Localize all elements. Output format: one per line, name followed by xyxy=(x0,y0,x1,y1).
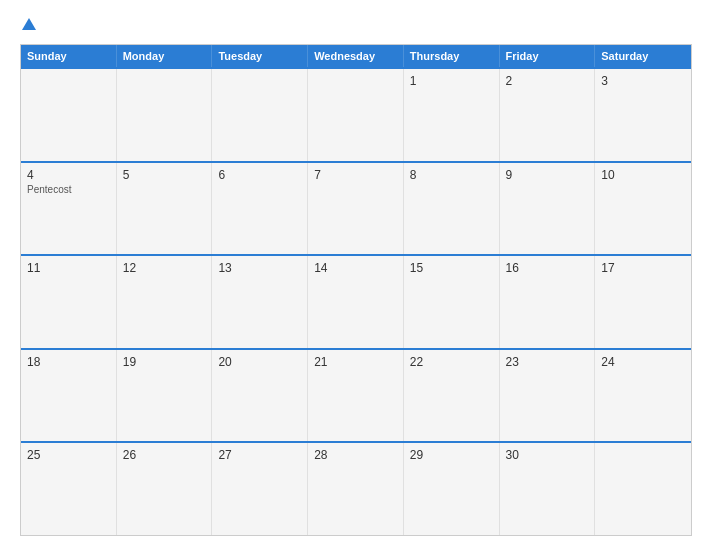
day-number: 6 xyxy=(218,168,301,182)
calendar-day-cell: 17 xyxy=(595,256,691,348)
calendar-day-cell: 7 xyxy=(308,163,404,255)
day-event-label: Pentecost xyxy=(27,184,110,195)
calendar-day-header: Sunday xyxy=(21,45,117,67)
calendar-body: 1234Pentecost567891011121314151617181920… xyxy=(21,67,691,535)
day-number: 30 xyxy=(506,448,589,462)
day-number: 7 xyxy=(314,168,397,182)
calendar-day-cell: 30 xyxy=(500,443,596,535)
day-number: 10 xyxy=(601,168,685,182)
calendar-day-cell: 1 xyxy=(404,69,500,161)
calendar-day-cell: 8 xyxy=(404,163,500,255)
logo xyxy=(20,18,36,32)
calendar-day-cell: 14 xyxy=(308,256,404,348)
calendar-day-cell: 26 xyxy=(117,443,213,535)
calendar-week-4: 18192021222324 xyxy=(21,348,691,442)
calendar: SundayMondayTuesdayWednesdayThursdayFrid… xyxy=(20,44,692,536)
day-number: 19 xyxy=(123,355,206,369)
day-number: 23 xyxy=(506,355,589,369)
day-number: 21 xyxy=(314,355,397,369)
calendar-day-cell: 11 xyxy=(21,256,117,348)
calendar-day-cell xyxy=(212,69,308,161)
header xyxy=(20,18,692,32)
logo-triangle-icon xyxy=(22,18,36,30)
calendar-day-cell: 6 xyxy=(212,163,308,255)
day-number: 2 xyxy=(506,74,589,88)
day-number: 8 xyxy=(410,168,493,182)
day-number: 5 xyxy=(123,168,206,182)
calendar-day-cell: 3 xyxy=(595,69,691,161)
page: SundayMondayTuesdayWednesdayThursdayFrid… xyxy=(0,0,712,550)
calendar-day-cell xyxy=(595,443,691,535)
day-number: 22 xyxy=(410,355,493,369)
day-number: 20 xyxy=(218,355,301,369)
calendar-day-header: Wednesday xyxy=(308,45,404,67)
calendar-day-cell: 12 xyxy=(117,256,213,348)
calendar-week-3: 11121314151617 xyxy=(21,254,691,348)
calendar-day-cell: 19 xyxy=(117,350,213,442)
calendar-day-cell: 2 xyxy=(500,69,596,161)
day-number: 12 xyxy=(123,261,206,275)
calendar-day-cell: 18 xyxy=(21,350,117,442)
calendar-day-cell: 21 xyxy=(308,350,404,442)
calendar-day-cell: 4Pentecost xyxy=(21,163,117,255)
day-number: 4 xyxy=(27,168,110,182)
day-number: 18 xyxy=(27,355,110,369)
calendar-day-cell xyxy=(117,69,213,161)
calendar-day-header: Friday xyxy=(500,45,596,67)
calendar-day-cell: 13 xyxy=(212,256,308,348)
calendar-day-header: Monday xyxy=(117,45,213,67)
day-number: 28 xyxy=(314,448,397,462)
day-number: 25 xyxy=(27,448,110,462)
calendar-day-header: Thursday xyxy=(404,45,500,67)
day-number: 16 xyxy=(506,261,589,275)
calendar-day-cell: 28 xyxy=(308,443,404,535)
day-number: 27 xyxy=(218,448,301,462)
day-number: 1 xyxy=(410,74,493,88)
calendar-day-cell: 5 xyxy=(117,163,213,255)
calendar-day-cell: 24 xyxy=(595,350,691,442)
day-number: 15 xyxy=(410,261,493,275)
calendar-day-cell: 23 xyxy=(500,350,596,442)
calendar-day-cell: 16 xyxy=(500,256,596,348)
day-number: 29 xyxy=(410,448,493,462)
day-number: 9 xyxy=(506,168,589,182)
calendar-header: SundayMondayTuesdayWednesdayThursdayFrid… xyxy=(21,45,691,67)
calendar-day-cell xyxy=(308,69,404,161)
calendar-day-cell: 20 xyxy=(212,350,308,442)
calendar-day-cell: 10 xyxy=(595,163,691,255)
calendar-day-cell: 15 xyxy=(404,256,500,348)
day-number: 13 xyxy=(218,261,301,275)
calendar-week-5: 252627282930 xyxy=(21,441,691,535)
day-number: 3 xyxy=(601,74,685,88)
calendar-day-header: Saturday xyxy=(595,45,691,67)
day-number: 14 xyxy=(314,261,397,275)
calendar-day-cell: 27 xyxy=(212,443,308,535)
calendar-day-cell: 25 xyxy=(21,443,117,535)
calendar-day-cell: 29 xyxy=(404,443,500,535)
calendar-day-header: Tuesday xyxy=(212,45,308,67)
day-number: 24 xyxy=(601,355,685,369)
day-number: 17 xyxy=(601,261,685,275)
calendar-day-cell: 22 xyxy=(404,350,500,442)
calendar-day-cell xyxy=(21,69,117,161)
calendar-week-1: 123 xyxy=(21,67,691,161)
calendar-week-2: 4Pentecost5678910 xyxy=(21,161,691,255)
day-number: 26 xyxy=(123,448,206,462)
day-number: 11 xyxy=(27,261,110,275)
calendar-day-cell: 9 xyxy=(500,163,596,255)
